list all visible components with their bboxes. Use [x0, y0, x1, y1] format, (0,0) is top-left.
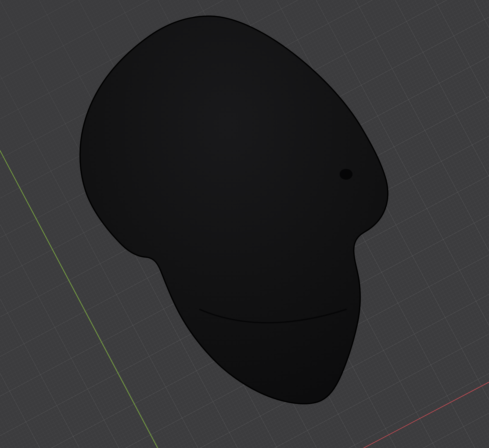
viewport-3d[interactable]: [0, 0, 489, 448]
x-axis-line: [349, 371, 489, 448]
skull-object[interactable]: [0, 0, 489, 448]
scene-overlay: [0, 0, 489, 448]
skull-rims: [80, 16, 389, 404]
silhouette-rim: [80, 16, 389, 404]
